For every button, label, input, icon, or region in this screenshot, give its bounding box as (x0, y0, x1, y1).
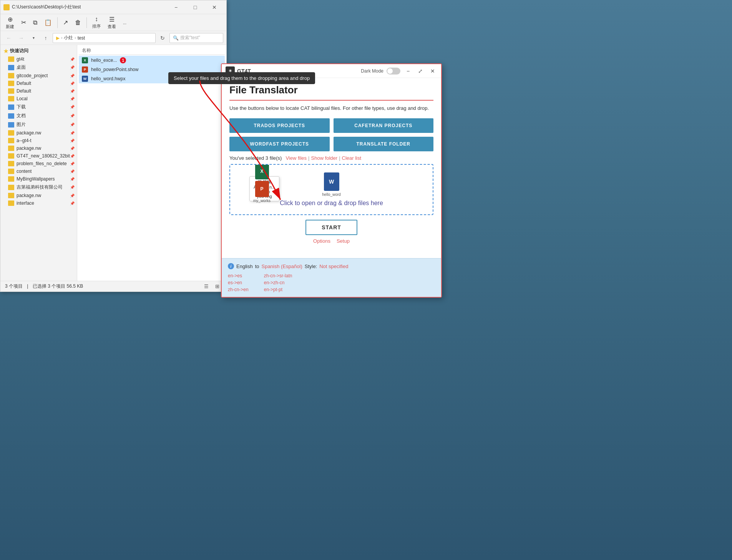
folder-icon (8, 146, 14, 151)
sidebar-item-problem[interactable]: problem_files_no_delete 📌 (0, 160, 77, 167)
sidebar-label: MyBingWallpapers (17, 176, 55, 182)
pin-icon: 📌 (70, 154, 75, 158)
view-button[interactable]: ☰ 查看 (105, 14, 119, 31)
folder-icon (8, 113, 14, 119)
sidebar-item-pics[interactable]: 图片 📌 (0, 120, 77, 129)
sidebar-item-downloads[interactable]: 下载 📌 (0, 103, 77, 111)
folder-icon (8, 81, 14, 86)
refresh-button[interactable]: ↻ (157, 33, 168, 43)
lang-pair-en-es[interactable]: en->es (228, 273, 249, 278)
style-value: Not specified (319, 263, 348, 269)
statusbar-right: ☰ ⊞ (202, 282, 222, 291)
sidebar-item-desktop[interactable]: 桌面 📌 (0, 63, 77, 72)
copy-icon: ⧉ (33, 19, 37, 26)
lang-pair-zh-sr[interactable]: zh-cn->sr-latn (264, 273, 292, 278)
lang-pair-en-zh[interactable]: en->zh-cn (264, 280, 292, 285)
address-bar[interactable]: ▶ › 小灶 › test (53, 33, 156, 43)
sidebar-item-gitcode[interactable]: gitcode_project 📌 (0, 72, 77, 80)
sidebar-label: 桌面 (17, 64, 26, 71)
gt4t-close-button[interactable]: ✕ (428, 66, 437, 76)
dark-mode-toggle[interactable] (387, 68, 400, 75)
explorer-statusbar: 3 个项目 | 已选择 3 个项目 56.5 KB ☰ ⊞ (0, 281, 226, 292)
grid-view-button[interactable]: ⊞ (212, 282, 222, 291)
info-icon: i (228, 263, 234, 269)
folder-icon (8, 88, 14, 94)
drag-arrow (169, 73, 307, 220)
excel-icon: X (82, 57, 88, 63)
cafetran-projects-button[interactable]: CAFETRAN PROJECTS (334, 118, 434, 133)
clear-list-link[interactable]: Clear list (342, 155, 362, 161)
pin-icon: 📌 (70, 81, 75, 86)
sidebar-label: content (17, 169, 32, 174)
lang-pair-zh-en[interactable]: zh-cn->en (228, 287, 249, 292)
sidebar-item-agt4t[interactable]: a--gt4-t 📌 (0, 137, 77, 144)
explorer-toolbar: ⊕ 新建 ✂ ⧉ 📋 ↗ 🗑 ↕ 排序 ☰ 查看 ... (0, 14, 226, 31)
recent-button[interactable]: ▾ (28, 33, 39, 43)
copy-button[interactable]: ⧉ (30, 18, 40, 28)
gt4t-lang-info: i English to Spanish (Español) Style: No… (228, 263, 435, 269)
sidebar-item-interface[interactable]: interface 📌 (0, 199, 77, 207)
new-button[interactable]: ⊕ 新建 (3, 14, 17, 31)
show-folder-link[interactable]: Show folder (311, 155, 338, 161)
breadcrumb-chevron: › (61, 36, 62, 40)
sidebar-item-gt4t[interactable]: gt4t 📌 (0, 55, 77, 63)
translate-folder-button[interactable]: TRANSLATE FOLDER (334, 137, 434, 151)
sidebar-label: 下载 (17, 104, 26, 110)
explorer-title-controls: − □ ✕ (167, 1, 223, 13)
minimize-button[interactable]: − (167, 1, 185, 13)
sidebar-item-default2[interactable]: Default 📌 (0, 87, 77, 95)
paste-icon: 📋 (44, 19, 52, 26)
lang-pair-col-left: en->es es->en zh-cn->en (228, 273, 249, 292)
quick-access-header[interactable]: ★ 快速访问 (0, 46, 77, 55)
sidebar-item-docs[interactable]: 文档 📌 (0, 111, 77, 120)
sidebar-item-wallpapers[interactable]: MyBingWallpapers 📌 (0, 175, 77, 183)
sidebar-item-content[interactable]: content 📌 (0, 167, 77, 175)
sidebar-item-jidi[interactable]: 吉第福弟科技有限公司 📌 (0, 183, 77, 192)
delete-button[interactable]: 🗑 (72, 18, 84, 28)
start-button[interactable]: START (305, 220, 357, 235)
cut-button[interactable]: ✂ (18, 17, 29, 28)
sidebar-item-package2[interactable]: package.nw 📌 (0, 144, 77, 152)
sidebar-item-package1[interactable]: package.nw 📌 (0, 129, 77, 137)
spacer: | (27, 283, 28, 289)
sidebar-item-default1[interactable]: Default 📌 (0, 80, 77, 87)
filelist-header: 名称 (79, 46, 225, 55)
more-button[interactable]: ... (120, 19, 129, 27)
separator-2 (86, 17, 87, 28)
forward-button[interactable]: → (16, 33, 27, 43)
setup-link[interactable]: Setup (337, 238, 350, 244)
sidebar-item-local[interactable]: Local 📌 (0, 95, 77, 103)
up-button[interactable]: ↑ (40, 33, 51, 43)
gt4t-minimize-button[interactable]: − (403, 66, 413, 76)
folder-icon (8, 185, 14, 190)
new-icon: ⊕ (8, 16, 13, 23)
lang-pair-col-right: zh-cn->sr-latn en->zh-cn en->pt-pt (264, 273, 292, 292)
folder-icon (8, 169, 14, 174)
pin-icon: 📌 (70, 105, 75, 109)
folder-icon (8, 138, 14, 143)
close-button[interactable]: ✕ (206, 1, 223, 13)
more-label: ... (123, 20, 126, 25)
maximize-button[interactable]: □ (186, 1, 204, 13)
sidebar-item-gt4tnew[interactable]: GT4T_new_180622_32bit 📌 (0, 152, 77, 160)
drop-file-label: hello_word (322, 192, 340, 197)
pin-icon: 📌 (70, 177, 75, 181)
options-link[interactable]: Options (313, 238, 330, 244)
paste-button[interactable]: 📋 (41, 17, 55, 28)
share-button[interactable]: ↗ (60, 17, 71, 28)
folder-icon (8, 193, 14, 198)
sidebar-item-package3[interactable]: package.nw 📌 (0, 192, 77, 199)
gt4t-maximize-button[interactable]: ⤢ (416, 66, 425, 76)
lang-pair-es-en[interactable]: es->en (228, 280, 249, 285)
lang-pair-en-pt[interactable]: en->pt-pt (264, 287, 292, 292)
word-icon: W (82, 76, 88, 82)
list-view-button[interactable]: ☰ (202, 282, 211, 291)
back-button[interactable]: ← (3, 33, 14, 43)
name-column-header: 名称 (82, 47, 91, 54)
search-bar[interactable]: 🔍 搜索"test" (169, 33, 223, 43)
pin-icon: 📌 (70, 146, 75, 151)
badge-1: 1 (120, 57, 126, 63)
sort-button[interactable]: ↕ 排序 (89, 14, 104, 31)
explorer-sidebar: ★ 快速访问 gt4t 📌 桌面 📌 gitcode_project 📌 Def… (0, 45, 77, 281)
file-item-excel[interactable]: X hello_exce... 1 (79, 56, 225, 65)
